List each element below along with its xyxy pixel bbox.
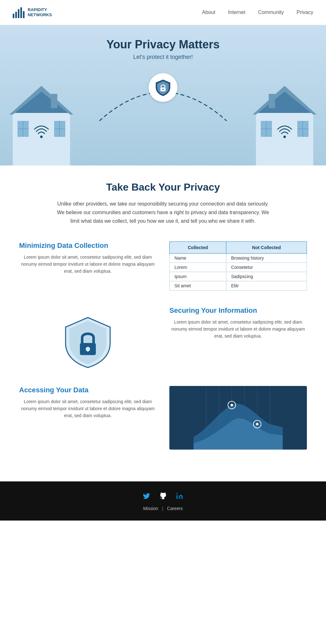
shield-large-icon [19,313,157,370]
nav-community[interactable]: Community [258,10,284,15]
minimizing-col: Minimizing Data Collection Lorem ipsum d… [19,242,157,275]
nav-privacy[interactable]: Privacy [297,10,313,15]
house-right-icon [250,76,320,165]
footer-separator: | [162,506,163,511]
table-row: IpsumSadipscing [170,272,307,281]
table-cell-collected: Name [170,253,226,262]
logo[interactable]: RAPIDITY NETWORKS [13,7,52,18]
hero-section: Your Privacy Matters Let's protect it to… [0,25,326,165]
svg-point-37 [256,423,259,425]
table-cell-not-collected: Elitr [226,281,307,290]
svg-point-35 [230,404,233,406]
house-left-icon [6,76,76,165]
table-cell-collected: Sit amet [170,281,226,290]
securing-heading: Securing Your Information [169,306,307,315]
accessing-col: Accessing Your Data Lorem ipsum dolor si… [19,386,157,419]
svg-point-1 [162,89,164,90]
accessing-heading: Accessing Your Data [19,386,157,394]
svg-rect-15 [256,113,313,165]
svg-rect-4 [13,113,70,165]
svg-point-12 [40,136,43,138]
table-header-not-collected: Not Collected [226,242,307,253]
svg-point-38 [176,493,178,494]
logo-text: RAPIDITY NETWORKS [28,7,52,17]
footer-icons [6,491,320,501]
table-row: Sit ametElitr [170,281,307,290]
minimizing-heading: Minimizing Data Collection [19,242,157,250]
svg-point-23 [283,136,286,138]
center-shield-icon [149,73,177,102]
section-title: Take Back Your Privacy [19,181,307,193]
data-visualization [169,386,307,450]
navbar: RAPIDITY NETWORKS About Internet Communi… [0,0,326,25]
data-viz-col [169,386,307,450]
data-table: Collected Not Collected NameBrowsing his… [169,242,307,290]
minimizing-text: Lorem ipsum dolor sit amet, consetetur s… [19,254,157,275]
row-2: Securing Your Information Lorem ipsum do… [19,306,307,370]
table-row: LoremConsetetur [170,262,307,272]
hero-title: Your Privacy Matters [6,38,320,51]
accessing-text: Lorem ipsum dolor sit amet, consetetur s… [19,398,157,419]
nav-links: About Internet Community Privacy [202,10,313,15]
table-cell-not-collected: Consetetur [226,262,307,272]
main-content: Take Back Your Privacy Unlike other prov… [0,165,326,481]
table-col: Collected Not Collected NameBrowsing his… [169,242,307,290]
svg-rect-26 [87,349,89,352]
table-cell-not-collected: Browsing history [226,253,307,262]
section-body: Unlike other providers, we take our resp… [55,200,271,226]
logo-bars-icon [13,7,25,18]
hero-subtitle: Let's protect it together! [6,54,320,60]
twitter-icon[interactable] [141,491,152,501]
table-row: NameBrowsing history [170,253,307,262]
nav-internet[interactable]: Internet [228,10,245,15]
table-header-collected: Collected [170,242,226,253]
securing-text: Lorem ipsum dolor sit amet, consetetur s… [169,318,307,340]
table-cell-collected: Ipsum [170,272,226,281]
footer-links: Mission | Careers [6,506,320,511]
shield-col [19,306,157,370]
careers-link[interactable]: Careers [167,506,183,511]
linkedin-icon[interactable] [174,491,185,501]
hero-illustration [6,70,320,165]
row-3: Accessing Your Data Lorem ipsum dolor si… [19,386,307,450]
github-icon[interactable] [158,491,168,501]
row-1: Minimizing Data Collection Lorem ipsum d… [19,242,307,290]
securing-col: Securing Your Information Lorem ipsum do… [169,306,307,340]
nav-about[interactable]: About [202,10,216,15]
table-cell-collected: Lorem [170,262,226,272]
table-cell-not-collected: Sadipscing [226,272,307,281]
mission-link[interactable]: Mission [143,506,158,511]
footer: Mission | Careers [0,481,326,521]
